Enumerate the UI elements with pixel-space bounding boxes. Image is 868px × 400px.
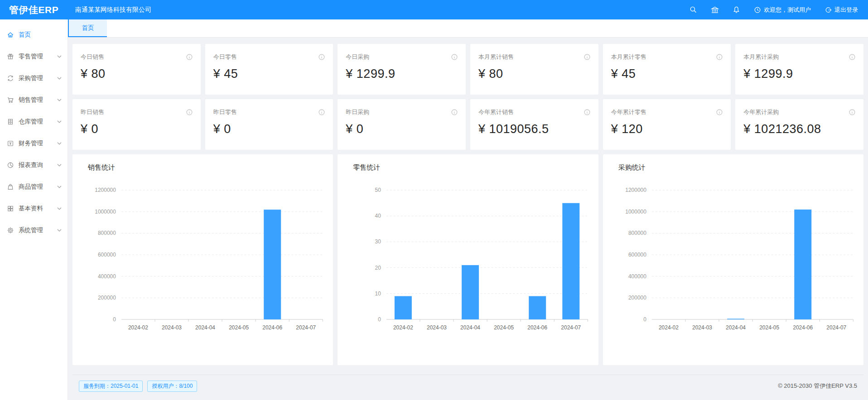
stat-value: ¥ 80 [478,67,590,81]
stat-value: ¥ 45 [611,67,723,81]
sidebar-item-warehouse[interactable]: 仓库管理 [0,111,68,133]
stat-label: 昨日销售 [81,108,104,116]
money-icon [7,140,14,147]
warehouse-icon [7,118,14,125]
chevron-down-icon [57,99,62,101]
company-name: 南通某某网络科技有限公司 [75,6,151,14]
stat-card-month-retail: 本月累计零售 ¥ 45 [603,44,731,95]
sidebar-item-goods[interactable]: 商品管理 [0,176,68,198]
stat-card-year-purchase: 今年累计采购 ¥ 1021236.08 [735,99,863,150]
sidebar-item-finance[interactable]: 财务管理 [0,133,68,154]
sync-icon [7,75,14,82]
main-layout: 首页 零售管理 采购管理 销售管理 [0,19,868,400]
stat-value: ¥ 1299.9 [346,67,458,81]
stat-cards-grid: 今日销售 ¥ 80 今日零售 ¥ 45 今日采购 ¥ 1299.9 本月累计销售 [72,44,863,150]
svg-text:0: 0 [643,316,646,323]
stat-label: 本月累计零售 [611,53,646,61]
svg-text:2024-03: 2024-03 [162,324,182,331]
gift-icon [7,53,14,60]
search-button[interactable] [690,6,697,14]
stat-card-today-sales: 今日销售 ¥ 80 [72,44,201,95]
info-icon[interactable] [451,54,458,60]
stat-label: 本月累计采购 [743,53,779,61]
stat-card-yesterday-purchase: 昨日采购 ¥ 0 [338,99,466,150]
svg-text:2024-05: 2024-05 [229,324,249,331]
home-icon [7,31,14,38]
info-icon[interactable] [584,54,590,60]
sidebar-item-system[interactable]: 系统管理 [0,219,68,241]
logout-button[interactable]: 退出登录 [825,6,858,14]
sidebar-item-label: 财务管理 [19,139,57,148]
svg-text:30: 30 [375,238,381,245]
chevron-down-icon [57,164,62,167]
search-icon [690,6,697,14]
user-menu[interactable]: 欢迎您，测试用户 [754,6,811,14]
bank-icon [711,6,719,14]
footer: 服务到期：2025-01-01 授权用户：8/100 © 2015-2030 管… [72,375,863,400]
organization-button[interactable] [711,6,719,14]
bag-icon [7,183,14,190]
purchase-chart: 0200000400000600000800000100000012000002… [607,174,860,364]
chevron-down-icon [57,207,62,210]
content: 今日销售 ¥ 80 今日零售 ¥ 45 今日采购 ¥ 1299.9 本月累计销售 [68,38,868,400]
svg-text:400000: 400000 [628,273,646,280]
stat-value: ¥ 120 [611,122,723,136]
info-icon[interactable] [451,109,458,115]
info-icon[interactable] [318,54,325,60]
topbar: 管伊佳ERP 南通某某网络科技有限公司 欢迎您，测试用户 [0,0,868,19]
sidebar-item-reports[interactable]: 报表查询 [0,154,68,176]
tab-bar: 首页 [68,19,868,38]
chevron-down-icon [57,229,62,232]
service-expiry-badge[interactable]: 服务到期：2025-01-01 [79,381,143,392]
stat-card-year-sales: 今年累计销售 ¥ 1019056.5 [470,99,598,150]
info-icon[interactable] [716,54,723,60]
stat-label: 本月累计销售 [478,53,514,61]
svg-text:1200000: 1200000 [95,187,116,193]
stat-card-month-sales: 本月累计销售 ¥ 80 [470,44,598,95]
svg-text:0: 0 [113,316,116,323]
svg-text:1000000: 1000000 [95,209,116,215]
svg-text:20: 20 [375,265,381,271]
stat-label: 昨日零售 [213,108,237,116]
svg-text:10: 10 [375,290,381,297]
svg-text:2024-06: 2024-06 [262,324,282,331]
grid-icon [7,205,14,212]
sales-chart-card: 销售统计 02000004000006000008000001000000120… [72,154,333,365]
info-icon[interactable] [849,109,855,115]
tab-home[interactable]: 首页 [68,19,107,37]
sidebar: 首页 零售管理 采购管理 销售管理 [0,19,68,400]
svg-text:2024-04: 2024-04 [726,324,746,331]
stat-value: ¥ 0 [81,122,193,136]
info-icon[interactable] [186,109,193,115]
svg-text:800000: 800000 [628,230,646,236]
footer-badges: 服务到期：2025-01-01 授权用户：8/100 [79,381,197,392]
info-icon[interactable] [318,109,325,115]
svg-text:40: 40 [375,213,381,219]
chevron-down-icon [57,55,62,58]
sidebar-item-sales[interactable]: 销售管理 [0,89,68,111]
stat-label: 今日销售 [81,53,104,61]
chevron-down-icon [57,77,62,80]
licensed-users-badge[interactable]: 授权用户：8/100 [147,381,197,392]
sidebar-item-purchase[interactable]: 采购管理 [0,67,68,89]
stat-value: ¥ 1299.9 [743,67,855,81]
sidebar-item-label: 零售管理 [19,52,57,61]
info-icon[interactable] [186,54,193,60]
svg-text:2024-06: 2024-06 [793,324,813,331]
chevron-down-icon [57,120,62,123]
svg-text:2024-06: 2024-06 [528,324,548,331]
svg-text:1200000: 1200000 [625,187,646,193]
sidebar-item-basic-data[interactable]: 基本资料 [0,198,68,219]
sidebar-item-label: 采购管理 [19,74,57,82]
sidebar-item-home[interactable]: 首页 [0,24,68,46]
info-icon[interactable] [716,109,723,115]
notifications-button[interactable] [733,6,740,14]
info-icon[interactable] [849,54,855,60]
svg-text:0: 0 [378,316,381,323]
sidebar-item-label: 报表查询 [19,161,57,169]
info-icon[interactable] [584,109,590,115]
stat-value: ¥ 1021236.08 [743,122,855,136]
svg-text:2024-02: 2024-02 [128,324,148,331]
copyright-text: © 2015-2030 管伊佳ERP V3.5 [778,382,857,390]
sidebar-item-retail[interactable]: 零售管理 [0,46,68,67]
